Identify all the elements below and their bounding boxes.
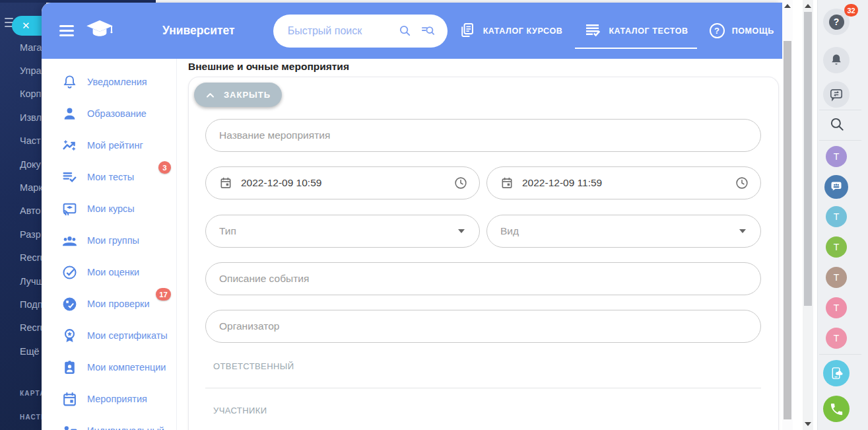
rail-search-icon[interactable]	[828, 116, 846, 133]
avatar-initial: Т	[834, 272, 840, 283]
kind-select[interactable]: Вид	[486, 215, 761, 248]
scrollbar-thumb[interactable]	[784, 41, 791, 419]
chevron-up-icon	[205, 91, 215, 98]
chat-avatar[interactable]: Т	[826, 328, 847, 349]
mobile-app-button[interactable]	[823, 360, 850, 386]
chat-avatar[interactable]: Т	[826, 206, 847, 227]
sidebar-label: Образование	[87, 108, 147, 119]
sidebar-label: Индивидуальный	[87, 425, 164, 430]
nav-label: КАТАЛОГ ТЕСТОВ	[609, 26, 688, 36]
description-input[interactable]	[206, 273, 760, 285]
sidebar-item-my-reviews[interactable]: Мои проверки 17	[42, 288, 176, 320]
bell-icon	[61, 74, 78, 90]
scroll-up-arrow[interactable]	[805, 4, 811, 8]
content-area: Внешние и очные мероприятия ЗАКРЫТЬ	[177, 59, 782, 430]
chat-avatar[interactable]: Т	[826, 236, 847, 258]
responsible-section-label: ОТВЕТСТВЕННЫЙ	[213, 361, 761, 371]
question-icon: ?	[829, 15, 844, 30]
content-scrollbar[interactable]	[782, 0, 793, 430]
rail-divider	[819, 354, 861, 355]
avatar-initial: Т	[834, 242, 840, 252]
hamburger-menu-icon[interactable]	[59, 22, 74, 39]
clock-icon[interactable]	[735, 176, 749, 190]
avatar-initial: Т	[834, 303, 840, 313]
person-arrow-icon	[61, 423, 78, 430]
course-cast-icon	[61, 201, 78, 217]
nav-label: ПОМОЩЬ	[732, 26, 774, 36]
search-icon[interactable]	[397, 23, 413, 38]
sidebar-item-my-certificates[interactable]: Мои сертификаты	[42, 320, 176, 351]
start-datetime-field[interactable]	[205, 166, 480, 199]
event-form-card: ЗАКРЫТЬ	[188, 77, 779, 430]
close-icon: ✕	[22, 20, 30, 32]
search-input[interactable]	[288, 25, 389, 37]
main-panel: Университет	[42, 3, 782, 430]
review-check-icon	[61, 296, 78, 312]
sidebar-item-individual-plan[interactable]: Индивидуальный	[42, 415, 176, 430]
start-datetime-input[interactable]	[232, 177, 453, 189]
nav-help[interactable]: ? ПОМОЩЬ	[699, 3, 782, 59]
call-button[interactable]	[823, 396, 850, 422]
calendar-icon[interactable]	[219, 176, 232, 190]
sidebar-label: Мои проверки	[87, 299, 150, 309]
sidebar-item-my-competencies[interactable]: Мои компетенции	[42, 351, 176, 383]
dialog-widget-button[interactable]	[823, 81, 850, 108]
group-chat-avatar[interactable]	[824, 175, 848, 199]
chat-transfer-icon	[828, 87, 844, 102]
app-title: Университет	[162, 24, 235, 38]
chat-avatar[interactable]: Т	[826, 297, 847, 318]
sidebar-item-my-rating[interactable]: Мой рейтинг	[42, 129, 176, 161]
calendar-icon[interactable]	[500, 176, 514, 190]
sidebar-label: Мои оценки	[87, 267, 139, 277]
help-icon: ?	[710, 23, 725, 38]
bell-icon	[829, 53, 844, 67]
nav-test-catalog[interactable]: КАТАЛОГ ТЕСТОВ	[573, 3, 698, 59]
page-title: Внешние и очные мероприятия	[188, 61, 349, 73]
chat-avatar[interactable]: Т	[826, 146, 847, 167]
event-form: Тип Вид	[205, 119, 761, 415]
chevron-down-icon	[739, 229, 746, 233]
header-nav: КАТАЛОГ КУРСОВ КАТАЛОГ ТЕСТОВ ? ПОМОЩЬ	[448, 3, 782, 59]
help-widget-button[interactable]: ? 32	[823, 9, 850, 35]
organizer-input[interactable]	[206, 320, 760, 332]
event-name-input[interactable]	[206, 129, 760, 141]
sidebar-item-my-tests[interactable]: Мои тесты 3	[42, 161, 176, 193]
organizer-field[interactable]	[205, 310, 761, 343]
end-datetime-field[interactable]	[486, 166, 761, 199]
description-field[interactable]	[205, 262, 761, 295]
avatar-initial: Т	[834, 333, 840, 343]
group-chat-icon	[828, 179, 844, 195]
quick-search[interactable]	[273, 15, 448, 48]
documents-icon	[458, 21, 476, 41]
end-datetime-input[interactable]	[514, 177, 735, 189]
chevron-down-icon	[458, 229, 465, 233]
rail-divider	[819, 140, 861, 141]
clock-icon[interactable]	[453, 176, 468, 190]
event-name-field[interactable]	[205, 119, 761, 152]
rail-divider	[819, 110, 861, 110]
scrollbar-thumb[interactable]	[804, 12, 812, 306]
chat-avatar[interactable]: Т	[826, 267, 847, 288]
sidebar-item-my-grades[interactable]: Мои оценки	[42, 256, 176, 288]
sidebar-item-notifications[interactable]: Уведомления	[42, 66, 176, 98]
scroll-down-arrow[interactable]	[805, 422, 811, 426]
advanced-search-icon[interactable]	[420, 23, 436, 38]
university-logo-icon[interactable]	[84, 18, 115, 44]
avatar-initial: Т	[834, 151, 840, 162]
sidebar-label: Мои курсы	[87, 203, 135, 214]
check-circle-icon	[61, 264, 78, 281]
collapse-button[interactable]: ЗАКРЫТЬ	[194, 83, 282, 107]
notifications-widget-button[interactable]	[823, 47, 850, 73]
sidebar-item-events[interactable]: Мероприятия	[42, 383, 176, 415]
sidebar-item-education[interactable]: Образование	[42, 98, 176, 129]
type-select[interactable]: Тип	[205, 215, 480, 248]
page-scrollbar[interactable]	[803, 0, 813, 430]
sidebar-label: Мероприятия	[87, 394, 147, 404]
nav-course-catalog[interactable]: КАТАЛОГ КУРСОВ	[448, 3, 574, 59]
sidebar-label: Мои сертификаты	[87, 330, 168, 341]
avatar-initial: Т	[834, 211, 840, 222]
kind-select-value: Вид	[500, 225, 519, 237]
scroll-up-arrow[interactable]	[784, 4, 791, 8]
sidebar-item-my-courses[interactable]: Мои курсы	[42, 193, 176, 225]
sidebar-item-my-groups[interactable]: Мои группы	[42, 225, 176, 256]
